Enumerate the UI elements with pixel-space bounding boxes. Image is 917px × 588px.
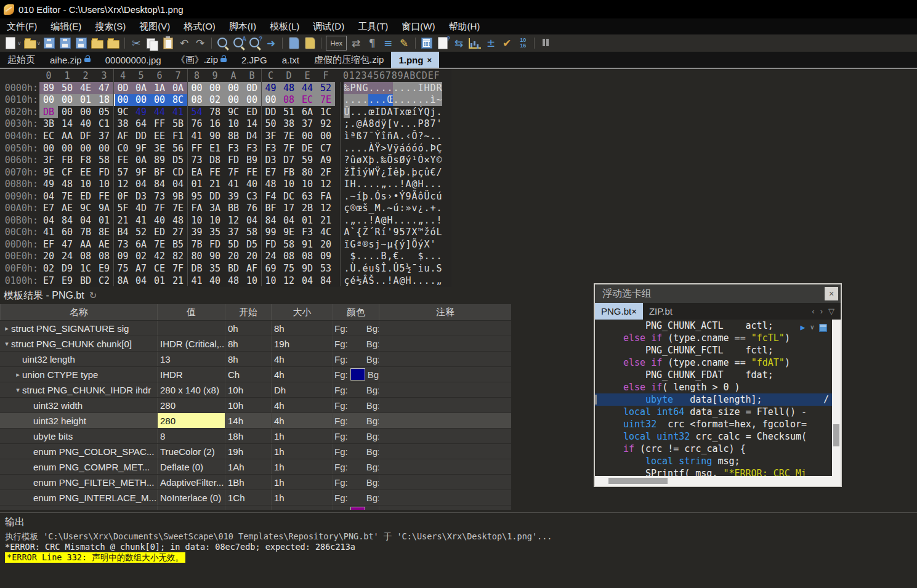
toolbar-icon-save-as[interactable] [57, 35, 73, 51]
hex-byte[interactable]: 12 [317, 178, 335, 190]
hex-byte[interactable]: E9 [95, 262, 113, 275]
ascii-char[interactable]: ¹ [411, 154, 418, 166]
hex-byte[interactable]: 0A [132, 82, 150, 94]
ascii-char[interactable]: s [381, 190, 387, 203]
fg-color-swatch[interactable] [350, 368, 365, 381]
ascii-char[interactable]: Ü [424, 190, 430, 203]
ascii-char[interactable]: . [393, 94, 399, 107]
hex-byte[interactable]: F3 [243, 142, 261, 155]
hex-byte[interactable]: DD [132, 130, 150, 142]
hex-byte[interactable]: D4 [243, 130, 261, 142]
template-row[interactable]: uint32 height28014h4hFg:Bg: [0, 413, 511, 429]
hex-byte[interactable]: 38 [113, 118, 132, 131]
hex-byte[interactable]: D3 [132, 190, 150, 203]
ascii-char[interactable]: . [411, 82, 418, 94]
refresh-icon[interactable]: ↻ [89, 290, 97, 301]
ascii-char[interactable]: ý [362, 166, 368, 179]
ascii-char[interactable]: Ï [350, 166, 356, 179]
hex-byte[interactable]: B5 [169, 238, 187, 251]
hex-byte[interactable]: 64 [132, 118, 150, 131]
menu-item[interactable]: 文件(F) [0, 18, 44, 34]
ascii-char[interactable]: ñ [387, 130, 393, 142]
ascii-char[interactable]: ® [362, 238, 368, 251]
ascii-char[interactable]: é [362, 262, 368, 275]
ascii-char[interactable]: ! [436, 214, 442, 227]
ascii-char[interactable]: { [356, 227, 362, 239]
hex-byte[interactable]: 84 [317, 275, 335, 287]
row-value[interactable]: 8 [157, 429, 225, 443]
hex-byte[interactable]: 00 [224, 82, 243, 94]
ascii-char[interactable]: ž [344, 166, 350, 179]
hex-byte[interactable]: DF [76, 130, 95, 142]
ascii-char[interactable]: Ã [411, 190, 418, 203]
ascii-char[interactable]: . [430, 214, 436, 227]
hex-byte[interactable]: ED [150, 227, 169, 239]
ascii-char[interactable]: „ [350, 214, 356, 227]
menu-item[interactable]: 调试(D) [306, 18, 351, 34]
ascii-char[interactable]: Û [344, 106, 350, 118]
hex-byte[interactable]: F4 [261, 190, 280, 203]
ascii-char[interactable]: . [344, 142, 350, 155]
ascii-char[interactable]: ® [350, 202, 356, 214]
expand-arrow[interactable]: ▾ [2, 340, 11, 348]
ascii-char[interactable]: ` [350, 227, 356, 239]
hex-byte[interactable]: 0A [132, 154, 150, 166]
hex-byte[interactable]: 7F [150, 202, 169, 214]
ascii-char[interactable]: Y [430, 154, 436, 166]
hex-byte[interactable]: 40 [206, 275, 224, 287]
hex-byte[interactable]: 90 [206, 251, 224, 263]
toolbar-icon-checksum[interactable]: ✔ [499, 35, 515, 51]
toolbar-icon-find-in-files[interactable]: ? [247, 35, 263, 51]
ascii-char[interactable]: ç [418, 166, 424, 179]
hex-byte[interactable]: A7 [132, 262, 150, 275]
hex-byte[interactable]: 04 [243, 214, 261, 227]
ascii-char[interactable]: X [411, 227, 418, 239]
hex-byte[interactable]: 7E [150, 238, 169, 251]
fg-color-swatch[interactable] [350, 492, 364, 503]
hex-byte[interactable]: 38 [280, 118, 298, 131]
fg-color-swatch[interactable] [350, 323, 364, 334]
toolbar-icon-word-wrap[interactable]: ⇄ [348, 35, 364, 51]
hex-byte[interactable]: 3F [39, 154, 58, 166]
ascii-char[interactable]: 7 [362, 130, 368, 142]
ascii-char[interactable]: ú [393, 202, 399, 214]
hex-byte[interactable]: BD [224, 262, 243, 275]
ascii-char[interactable]: L [436, 227, 442, 239]
hex-byte[interactable]: 00 [261, 94, 280, 107]
ascii-char[interactable]: ó [405, 142, 411, 155]
hex-byte[interactable]: 0A [169, 82, 187, 94]
hex-byte[interactable]: 41 [39, 227, 58, 239]
fg-color-swatch[interactable] [350, 446, 364, 457]
ascii-char[interactable]: ž [424, 227, 430, 239]
float-tab-PNG.bt[interactable]: PNG.bt × [595, 303, 643, 320]
ascii-char[interactable]: ~ [436, 94, 442, 107]
hex-byte[interactable]: 10 [243, 275, 261, 287]
hex-byte[interactable]: C3 [243, 190, 261, 203]
hex-byte[interactable]: 58 [280, 238, 298, 251]
hex-byte[interactable]: FA [317, 190, 335, 203]
menu-item[interactable]: 编辑(E) [44, 18, 88, 34]
hex-byte[interactable]: 01 [76, 94, 95, 107]
ascii-char[interactable]: . [430, 262, 436, 275]
ascii-char[interactable]: 7 [405, 227, 411, 239]
ascii-char[interactable]: Ý [374, 130, 381, 142]
toolbar-icon-open-file[interactable] [22, 35, 38, 51]
hex-byte[interactable]: 44 [298, 82, 317, 94]
hex-byte[interactable]: 14 [58, 118, 76, 131]
ascii-char[interactable]: € [430, 166, 436, 179]
hex-byte[interactable]: 84 [150, 178, 169, 190]
template-row[interactable]: enum PNG_FILTER_METH...AdaptiveFilter...… [0, 475, 511, 490]
hex-byte[interactable]: 37 [224, 227, 243, 239]
ascii-char[interactable]: . [411, 94, 418, 107]
hex-byte[interactable]: 7E [280, 130, 298, 142]
hex-byte[interactable]: 57 [113, 166, 132, 179]
hex-byte[interactable]: 5F [113, 202, 132, 214]
hex-byte[interactable]: 4E [76, 82, 95, 94]
ascii-char[interactable]: . [424, 178, 430, 190]
toolbar-icon-hex-mode[interactable]: Hex [325, 35, 348, 51]
hex-byte[interactable]: 01 [95, 214, 113, 227]
ascii-char[interactable]: . [430, 275, 436, 287]
hex-byte[interactable]: E9 [58, 275, 76, 287]
hex-byte[interactable]: 14 [243, 118, 261, 131]
code-line[interactable]: PNG_CHUNK_FCTL fctl; [595, 344, 841, 356]
